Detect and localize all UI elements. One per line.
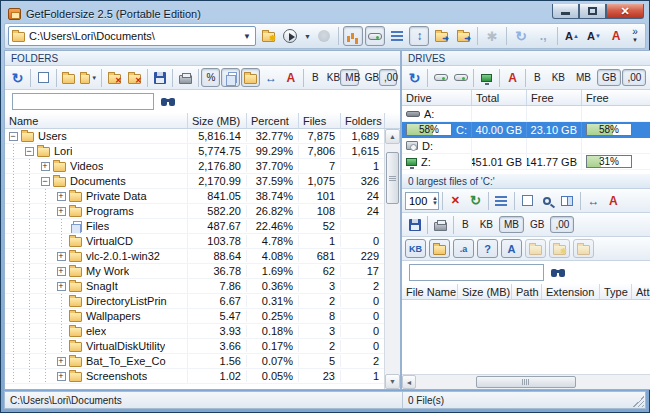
column-header-total[interactable]: Total <box>472 90 527 105</box>
options-button[interactable]: ✱ <box>482 26 502 46</box>
column-header-file-name[interactable]: File Name <box>402 284 458 299</box>
column-header-free[interactable]: Free <box>527 90 582 105</box>
close-button[interactable]: ✕ <box>606 4 644 19</box>
expand-toggle-icon[interactable]: + <box>57 252 66 261</box>
files-save-button[interactable] <box>405 215 424 234</box>
folder-name[interactable]: vlc-2.0.1-win32 <box>86 250 160 262</box>
minimize-button[interactable] <box>552 4 579 19</box>
folder-name[interactable]: Lori <box>54 145 72 157</box>
drives-unit-kb-button[interactable]: KB <box>547 69 570 86</box>
folder-name[interactable]: Wallpapers <box>86 310 141 322</box>
column-header-extension[interactable]: Extension <box>542 284 600 299</box>
column-header-type[interactable]: Type <box>600 284 632 299</box>
expand-toggle-icon[interactable]: + <box>57 267 66 276</box>
show-files-button[interactable] <box>221 68 240 87</box>
tree-row[interactable]: −Lori5,774.7599.29%7,8061,615 <box>5 144 384 159</box>
scroll-thumb[interactable] <box>386 152 399 204</box>
unit-decimal-button[interactable]: ,00 <box>379 69 397 86</box>
tree-row[interactable]: +Screenshots1.020.05%231 <box>5 369 384 384</box>
files-unit-decimal-button[interactable]: ,00 <box>550 216 574 233</box>
filter-date-modified-button[interactable]: ✱ <box>549 239 570 258</box>
tree-row[interactable]: +Programs582.2026.82%10824 <box>5 204 384 219</box>
tree-row[interactable]: +Private Data841.0538.74%10124 <box>5 189 384 204</box>
folder-name[interactable]: My Work <box>86 265 129 277</box>
folder-name[interactable]: Bat_To_Exe_Co <box>86 355 166 367</box>
folders-save-button[interactable] <box>150 68 169 87</box>
filter-extension-button[interactable]: .a <box>453 239 474 258</box>
folders-search-input[interactable] <box>12 93 154 110</box>
folders-vertical-scrollbar[interactable]: ▲ ▼ <box>384 129 400 389</box>
filter-date-created-button[interactable] <box>525 239 546 258</box>
details-view-button[interactable] <box>387 26 407 46</box>
binoculars-icon[interactable] <box>551 269 557 277</box>
column-header-name[interactable]: Name <box>5 113 188 128</box>
column-header-percent[interactable]: Percent <box>247 113 299 128</box>
expand-toggle-icon[interactable]: + <box>57 282 66 291</box>
folders-refresh-button[interactable]: ↻ <box>8 68 27 87</box>
path-combobox[interactable]: C:\Users\Lori\Documents\ ▼ <box>8 26 256 46</box>
font-smaller-button[interactable]: A▼ <box>584 26 604 46</box>
expand-toggle-icon[interactable]: + <box>57 207 66 216</box>
folder-name[interactable]: Programs <box>86 205 134 217</box>
folder-name[interactable]: VirtualCD <box>86 235 133 247</box>
column-header-folders[interactable]: Folders <box>341 113 385 128</box>
folder-name[interactable]: SnagIt <box>86 280 118 292</box>
toggle-drives-view-button[interactable] <box>365 26 385 46</box>
find-file-button[interactable] <box>538 191 557 210</box>
tree-row[interactable]: +Videos2,176.8037.70%71 <box>5 159 384 174</box>
column-header-size[interactable]: Size (MB) <box>188 113 247 128</box>
tree-row[interactable]: +vlc-2.0.1-win3288.644.08%681229 <box>5 249 384 264</box>
filter-attrib-button[interactable]: A <box>501 239 522 258</box>
scroll-left-icon[interactable]: ◄ <box>402 375 416 389</box>
folder-name[interactable]: Files <box>86 220 109 232</box>
drives-font-color-button[interactable]: A <box>503 68 522 87</box>
file-list-button[interactable] <box>492 191 511 210</box>
scroll-up-icon[interactable]: ▲ <box>385 129 400 144</box>
font-color-button[interactable]: A <box>606 26 626 46</box>
drives-unit-mb-button[interactable]: MB <box>571 69 596 86</box>
filter-folder-button[interactable] <box>429 239 450 258</box>
filter-date-accessed-button[interactable] <box>573 239 594 258</box>
tree-row[interactable]: Files487.6722.46%52 <box>5 219 384 234</box>
column-header-drive[interactable]: Drive <box>402 90 472 105</box>
drive-row[interactable]: A: <box>402 106 650 122</box>
font-bigger-button[interactable]: A▲ <box>562 26 582 46</box>
folder-name[interactable]: Videos <box>70 160 103 172</box>
recycle-file-button[interactable]: ↻ <box>466 191 485 210</box>
drive-row[interactable]: Z:451.01 GB141.77 GB31% <box>402 154 650 170</box>
scroll-thumb[interactable] <box>476 376 576 388</box>
tree-row[interactable]: +Bat_To_Exe_Co1.560.07%52 <box>5 354 384 369</box>
new-scan-button[interactable]: ✱ <box>258 26 278 46</box>
clear-files-button[interactable] <box>518 191 537 210</box>
tree-row[interactable]: VirtualDiskUtility3.660.17%20 <box>5 339 384 354</box>
tree-row[interactable]: VirtualCD103.784.78%10 <box>5 234 384 249</box>
files-fit-columns-button[interactable]: ↔ <box>584 191 603 210</box>
spinner-arrows-icon[interactable]: ▲▼ <box>432 196 438 206</box>
folders-print-button[interactable] <box>176 68 195 87</box>
decimal-format-button[interactable]: ., <box>533 26 553 46</box>
folders-font-color-button[interactable]: A <box>281 68 300 87</box>
drives-unit-decimal-button[interactable]: ,00 <box>622 69 646 86</box>
remove-all-folders-button[interactable]: ✕ <box>125 68 144 87</box>
folder-name[interactable]: Users <box>38 130 67 142</box>
start-scan-button[interactable] <box>280 26 300 46</box>
files-unit-kb-button[interactable]: KB <box>475 216 498 233</box>
tree-row[interactable]: −Users5,816.1432.77%7,8751,689 <box>5 129 384 144</box>
clear-selection-button[interactable] <box>34 68 53 87</box>
folder-name[interactable]: Documents <box>70 175 126 187</box>
files-search-input[interactable] <box>409 264 544 281</box>
column-header-attrib[interactable]: Attrib <box>632 284 650 299</box>
tree-row[interactable]: +My Work36.781.69%6217 <box>5 264 384 279</box>
filter-type-button[interactable]: ? <box>477 239 498 258</box>
tree-row[interactable]: +SnagIt7.860.36%32 <box>5 279 384 294</box>
drive-row[interactable]: D: <box>402 138 650 154</box>
folder-name[interactable]: elex <box>86 325 106 337</box>
file-count-spinner[interactable]: 100 ▲▼ <box>405 192 439 210</box>
files-font-color-button[interactable]: A <box>604 191 623 210</box>
expand-toggle-icon[interactable]: + <box>41 162 50 171</box>
refresh-all-button[interactable]: ↻ <box>511 26 531 46</box>
column-header-file-size[interactable]: Size (MB) <box>458 284 512 299</box>
scroll-down-icon[interactable]: ▼ <box>385 374 400 389</box>
collapse-toggle-icon[interactable]: − <box>9 132 18 141</box>
drives-unit-gb-button[interactable]: GB <box>597 69 621 86</box>
